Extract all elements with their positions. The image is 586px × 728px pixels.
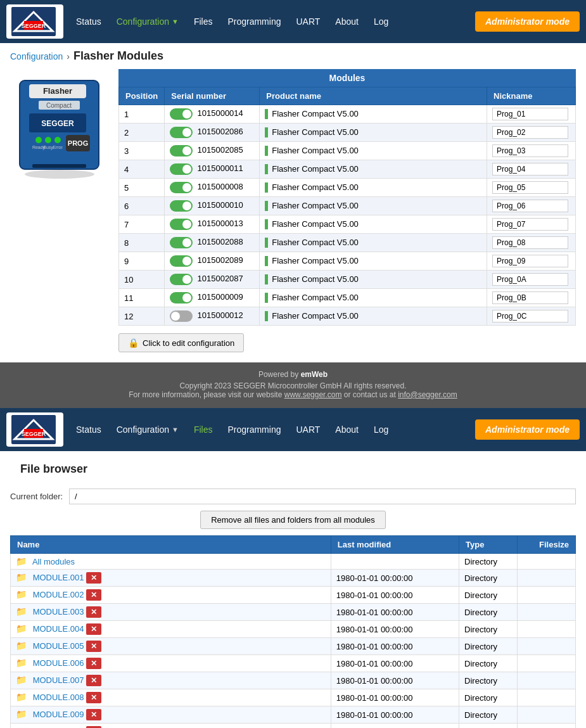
module-nick[interactable] — [487, 160, 576, 179]
module-nick-input[interactable] — [492, 108, 568, 120]
nav-about2[interactable]: About — [335, 425, 359, 435]
breadcrumb-link1[interactable]: Configuration — [10, 51, 63, 61]
module-nick-input[interactable] — [492, 291, 568, 304]
module-nick-input[interactable] — [492, 200, 568, 212]
nav-configuration2[interactable]: Configuration ▼ — [117, 425, 179, 435]
module-pos: 4 — [119, 160, 165, 179]
nav-uart2[interactable]: UART — [296, 425, 320, 435]
module-nick[interactable] — [487, 124, 576, 142]
file-name-cell[interactable]: 📁 MODULE.005 ✕ — [11, 638, 331, 655]
file-name-cell[interactable]: 📁 MODULE.009 ✕ — [11, 706, 331, 724]
module-nick[interactable] — [487, 307, 576, 326]
edit-config-btn[interactable]: 🔒 Click to edit configuration — [118, 333, 244, 352]
admin-mode-btn1[interactable]: Administrator mode — [475, 11, 580, 32]
module-nick[interactable] — [487, 234, 576, 252]
file-name-link[interactable]: All modules — [32, 557, 75, 566]
delete-file-btn[interactable]: ✕ — [86, 658, 101, 669]
folder-icon: 📁 — [16, 606, 27, 616]
file-type: Directory — [459, 570, 518, 587]
module-toggle[interactable] — [170, 255, 193, 267]
delete-file-btn[interactable]: ✕ — [86, 606, 101, 618]
delete-file-btn[interactable]: ✕ — [86, 623, 101, 635]
file-name-cell[interactable]: 📁 MODULE.010 ✕ — [11, 724, 331, 729]
module-toggle[interactable] — [170, 310, 193, 322]
file-name-link[interactable]: MODULE.003 — [33, 607, 84, 616]
file-name-link[interactable]: MODULE.001 — [33, 573, 84, 582]
module-nick-input[interactable] — [492, 255, 568, 267]
col-size-header: Filesize — [518, 536, 576, 554]
module-toggle[interactable] — [170, 274, 193, 285]
module-toggle[interactable] — [170, 108, 193, 120]
module-nick-input[interactable] — [492, 273, 568, 286]
module-nick-input[interactable] — [492, 144, 568, 157]
file-name-cell[interactable]: 📁 MODULE.008 ✕ — [11, 689, 331, 706]
file-name-cell[interactable]: 📁 MODULE.001 ✕ — [11, 570, 331, 587]
module-nick[interactable] — [487, 179, 576, 197]
nav-configuration1[interactable]: Configuration ▼ — [117, 16, 179, 27]
website-link1[interactable]: www.segger.com — [284, 390, 342, 399]
file-name-cell[interactable]: 📁 MODULE.007 ✕ — [11, 672, 331, 689]
nav-programming1[interactable]: Programming — [227, 16, 281, 27]
module-toggle[interactable] — [170, 163, 193, 175]
green-dot — [265, 201, 268, 211]
nav-config-link1[interactable]: Configuration — [117, 16, 169, 27]
nav-uart1[interactable]: UART — [296, 16, 320, 27]
module-nick[interactable] — [487, 105, 576, 124]
file-name-cell[interactable]: 📁 MODULE.004 ✕ — [11, 621, 331, 638]
delete-file-btn[interactable]: ✕ — [86, 589, 101, 601]
remove-all-btn[interactable]: Remove all files and folders from all mo… — [200, 511, 386, 529]
module-nick-input[interactable] — [492, 310, 568, 322]
nav-config-link2[interactable]: Configuration — [117, 425, 169, 435]
nav-files1[interactable]: Files — [194, 16, 213, 27]
module-toggle[interactable] — [170, 182, 193, 193]
nav-status2[interactable]: Status — [76, 425, 101, 435]
delete-file-btn[interactable]: ✕ — [86, 572, 101, 584]
module-toggle[interactable] — [170, 200, 193, 212]
nav-log2[interactable]: Log — [374, 425, 388, 435]
module-nick-input[interactable] — [492, 236, 568, 249]
delete-file-btn[interactable]: ✕ — [86, 641, 101, 652]
admin-mode-btn2[interactable]: Administrator mode — [475, 419, 580, 440]
file-name-link[interactable]: MODULE.009 — [33, 710, 84, 719]
emweb1: emWeb — [301, 370, 328, 379]
delete-file-btn[interactable]: ✕ — [86, 709, 101, 720]
module-nick[interactable] — [487, 142, 576, 160]
module-nick-input[interactable] — [492, 126, 568, 139]
file-name-cell[interactable]: 📁 MODULE.002 ✕ — [11, 587, 331, 604]
file-name-link[interactable]: MODULE.007 — [33, 675, 84, 685]
file-size — [518, 689, 576, 706]
module-nick[interactable] — [487, 252, 576, 271]
module-serial-cell: 1015000008 — [165, 179, 260, 197]
module-nick-input[interactable] — [492, 218, 568, 231]
file-type: Directory — [459, 724, 518, 729]
file-name-link[interactable]: MODULE.002 — [33, 590, 84, 599]
file-name-link[interactable]: MODULE.004 — [33, 624, 84, 634]
nav-log1[interactable]: Log — [374, 16, 388, 27]
nav-status1[interactable]: Status — [76, 16, 101, 27]
module-nick-input[interactable] — [492, 181, 568, 194]
nav-about1[interactable]: About — [335, 16, 359, 27]
file-name-link[interactable]: MODULE.005 — [33, 641, 84, 651]
file-name-cell[interactable]: 📁 All modules — [11, 554, 331, 570]
module-nick[interactable] — [487, 271, 576, 289]
file-name-cell[interactable]: 📁 MODULE.006 ✕ — [11, 655, 331, 672]
file-name-link[interactable]: MODULE.008 — [33, 693, 84, 702]
module-nick[interactable] — [487, 215, 576, 234]
module-toggle[interactable] — [170, 219, 193, 230]
module-nick[interactable] — [487, 289, 576, 307]
delete-file-btn[interactable]: ✕ — [86, 692, 101, 703]
module-nick-input[interactable] — [492, 163, 568, 176]
delete-file-btn[interactable]: ✕ — [86, 675, 101, 686]
module-toggle[interactable] — [170, 237, 193, 248]
module-nick[interactable] — [487, 197, 576, 215]
module-toggle[interactable] — [170, 127, 193, 138]
current-folder-input[interactable] — [69, 489, 576, 504]
breadcrumb-current1: Flasher Modules — [73, 49, 163, 63]
email-link1[interactable]: info@segger.com — [398, 390, 457, 399]
file-name-cell[interactable]: 📁 MODULE.003 ✕ — [11, 604, 331, 621]
module-toggle[interactable] — [170, 145, 193, 156]
nav-programming2[interactable]: Programming — [227, 425, 281, 435]
file-name-link[interactable]: MODULE.006 — [33, 658, 84, 668]
module-toggle[interactable] — [170, 292, 193, 303]
nav-files2[interactable]: Files — [194, 425, 213, 435]
